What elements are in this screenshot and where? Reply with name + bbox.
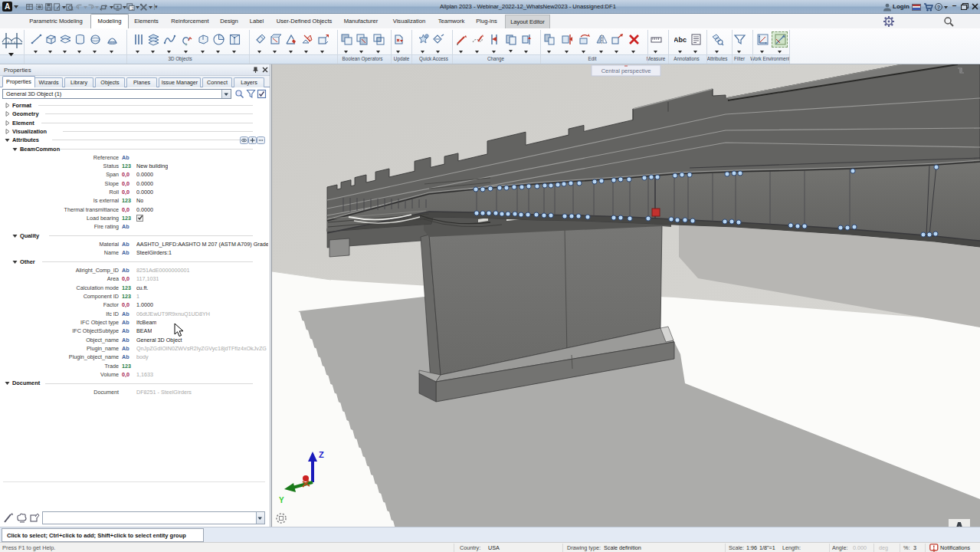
svg-text:Y: Y	[279, 496, 284, 504]
svg-text:Central perspective: Central perspective	[601, 67, 651, 74]
svg-text:2: 2	[132, 6, 134, 11]
svg-text:Abc: Abc	[674, 36, 687, 44]
svg-text:Z: Z	[319, 450, 324, 459]
